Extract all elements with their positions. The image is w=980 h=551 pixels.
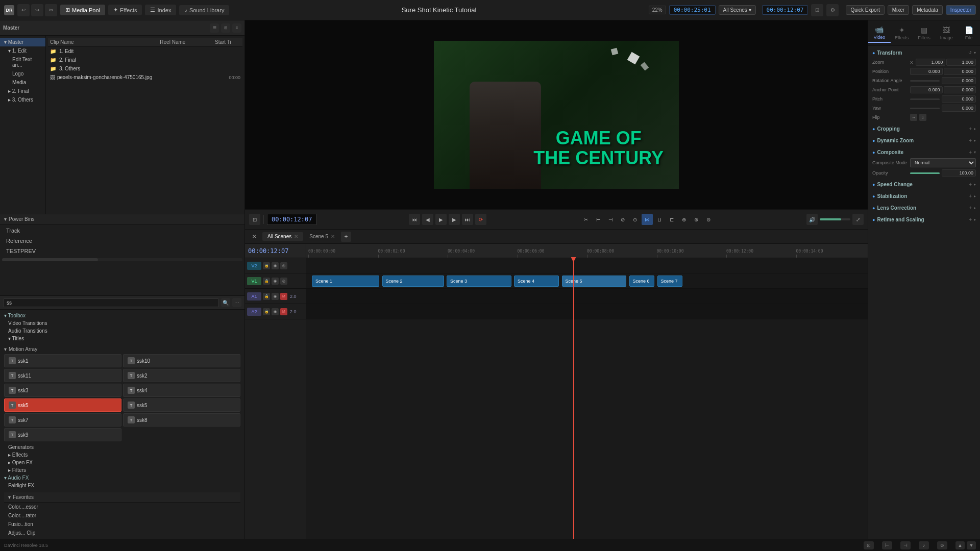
trim-tool-btn[interactable]: ⊢	[593, 214, 604, 225]
scene-clip-2[interactable]: Scene 2	[382, 276, 444, 287]
retime-header[interactable]: ● Retime and Scaling + ▸	[870, 215, 978, 224]
scene-clip-7[interactable]: Scene 7	[657, 276, 683, 287]
pitch-slider[interactable]	[910, 98, 940, 100]
power-bins-header[interactable]: ▾ Power Bins	[0, 214, 244, 224]
status-icon-2[interactable]: ⊢	[882, 541, 892, 549]
zoom-level[interactable]: 22%	[649, 6, 666, 14]
v1-lock-btn[interactable]: 🔒	[263, 278, 270, 285]
bin-master[interactable]: ▾ Master	[0, 38, 45, 46]
scene-clip-4[interactable]: Scene 4	[514, 276, 559, 287]
preview-icon[interactable]: ⊡	[811, 4, 823, 16]
fav-fusion-tion[interactable]: Fusio...tion	[4, 520, 240, 529]
effects-search-icon[interactable]: 🔍	[221, 298, 230, 307]
toolbox-video-transitions[interactable]: Video Transitions	[2, 319, 242, 327]
insert-btn[interactable]: ⊕	[678, 214, 690, 225]
position-x[interactable]: 0.000	[910, 68, 943, 75]
toolbox-filters[interactable]: ▸ Filters	[2, 466, 242, 474]
tab-sound-library[interactable]: ♪ Sound Library	[179, 5, 229, 15]
go-to-start-btn[interactable]: ⏮	[409, 214, 420, 225]
dynamic-trim-btn[interactable]: ⊣	[605, 214, 616, 225]
opacity-value[interactable]: 100.00	[942, 169, 976, 177]
redo-btn[interactable]: ↪	[31, 4, 43, 16]
ma-item-ssk7[interactable]: T ssk7	[4, 413, 121, 427]
v1-mute-btn[interactable]: ◎	[280, 278, 287, 285]
composite-header[interactable]: ● Composite + ▾	[870, 147, 978, 157]
magic-mask-btn[interactable]: ⋈	[642, 214, 653, 225]
dynamic-zoom-header[interactable]: ● Dynamic Zoom + ▸	[870, 136, 978, 145]
ma-item-ssk1[interactable]: T ssk1	[4, 354, 121, 367]
transform-reset-btn[interactable]: ↺	[968, 51, 972, 55]
composite-mode-select[interactable]: Normal	[910, 158, 976, 167]
pb-item-track[interactable]: Track	[0, 226, 244, 236]
cropping-add-btn[interactable]: +	[969, 126, 972, 132]
inspector-tab-effects[interactable]: ✦ Effects	[891, 24, 913, 42]
ma-item-ssk10[interactable]: T ssk10	[123, 354, 240, 367]
lens-correction-header[interactable]: ● Lens Correction + ▸	[870, 203, 978, 213]
grid-view-btn[interactable]: ⊞	[221, 23, 230, 33]
fullscreen-btn[interactable]: ⤢	[852, 214, 864, 225]
anchor-y[interactable]: 0.000	[944, 86, 976, 93]
pb-item-testprev[interactable]: TESTPREV	[0, 246, 244, 256]
detail-view-btn[interactable]: ≡	[232, 23, 241, 33]
yaw-value[interactable]: 0.000	[942, 105, 976, 112]
file-row-pexels[interactable]: 🖼 pexels-maksim-goncharenok-4750165.jpg …	[48, 73, 242, 82]
file-row-others[interactable]: 📁 3. Others	[48, 64, 242, 73]
toolbox-audio-transitions[interactable]: Audio Transitions	[2, 327, 242, 335]
settings-icon[interactable]: ⚙	[826, 4, 839, 16]
a1-enable-btn[interactable]: ◉	[272, 293, 279, 300]
bin-others[interactable]: ▸ 3. Others	[0, 95, 45, 104]
vol-icon[interactable]: 🔊	[806, 214, 818, 225]
v2-mute-btn[interactable]: ◎	[280, 262, 287, 269]
tl-add-tab-btn[interactable]: +	[341, 232, 351, 242]
scene-clip-3[interactable]: Scene 3	[447, 276, 511, 287]
stabilization-header[interactable]: ● Stabilization + ▸	[870, 191, 978, 201]
status-icon-4[interactable]: ♪	[919, 541, 929, 549]
track-row-a1[interactable]	[306, 289, 868, 304]
favorites-header[interactable]: ▾ Favorites	[4, 492, 240, 503]
loop-btn[interactable]: ⟳	[475, 214, 486, 225]
zoom-x[interactable]: 1.000	[916, 59, 945, 66]
dz-add-btn[interactable]: +	[969, 138, 972, 143]
tl-tab-all-scenes[interactable]: All Scenes ✕	[262, 232, 303, 241]
tl-all-scenes-close[interactable]: ✕	[294, 234, 298, 239]
ma-item-ssk8[interactable]: T ssk8	[123, 413, 240, 427]
ma-item-ssk5b[interactable]: T ssk5	[123, 398, 240, 412]
zoom-y[interactable]: 1.000	[946, 59, 976, 66]
bin-logo[interactable]: Logo	[0, 69, 45, 78]
file-row-final[interactable]: 📁 2. Final	[48, 56, 242, 64]
toolbox-titles[interactable]: ▾ Titles	[2, 335, 242, 342]
yaw-slider[interactable]	[910, 108, 940, 109]
ma-item-ssk11[interactable]: T ssk11	[4, 369, 121, 382]
rotation-slider[interactable]	[910, 80, 940, 82]
a2-solo-btn[interactable]: M	[280, 308, 287, 315]
monitor-btn[interactable]: ⊡	[249, 214, 260, 225]
scene-clip-6[interactable]: Scene 6	[629, 276, 655, 287]
lc-add-btn[interactable]: +	[969, 205, 972, 211]
flip-h-btn[interactable]: ↔	[910, 114, 917, 121]
pitch-value[interactable]: 0.000	[942, 95, 976, 103]
list-view-btn[interactable]: ☰	[210, 23, 219, 33]
link-btn[interactable]: ⊔	[654, 214, 665, 225]
file-row-edit[interactable]: 📁 1. Edit	[48, 47, 242, 56]
effects-search-input[interactable]	[3, 298, 219, 307]
mixer-btn[interactable]: Mixer	[888, 5, 909, 15]
metadata-btn[interactable]: Metadata	[912, 5, 943, 15]
cropping-header[interactable]: ● Cropping + ▸	[870, 124, 978, 134]
status-icon-1[interactable]: ⊡	[864, 541, 874, 549]
rs-add-btn[interactable]: +	[969, 217, 972, 222]
bin-edit-text[interactable]: Edit Text an...	[0, 55, 45, 69]
motion-array-header[interactable]: ▾ Motion Array	[2, 344, 242, 354]
opacity-slider[interactable]	[910, 172, 940, 174]
toolbox-effects[interactable]: ▸ Effects	[2, 451, 242, 459]
v2-lock-btn[interactable]: 🔒	[263, 262, 270, 269]
position-y[interactable]: 0.000	[944, 68, 976, 75]
all-scenes-btn[interactable]: All Scenes ▾	[719, 5, 756, 15]
tl-tab-scene5[interactable]: Scene 5 ✕	[304, 232, 340, 241]
v1-enable-btn[interactable]: ◉	[272, 278, 279, 285]
bin-edit[interactable]: ▾ 1. Edit	[0, 46, 45, 55]
scene-clip-5[interactable]: Scene 5	[562, 276, 627, 287]
a1-lock-btn[interactable]: 🔒	[263, 293, 270, 300]
flag-btn[interactable]: ⊛	[691, 214, 702, 225]
cut-btn[interactable]: ✂	[45, 4, 57, 16]
pb-item-reference[interactable]: Reference	[0, 236, 244, 246]
